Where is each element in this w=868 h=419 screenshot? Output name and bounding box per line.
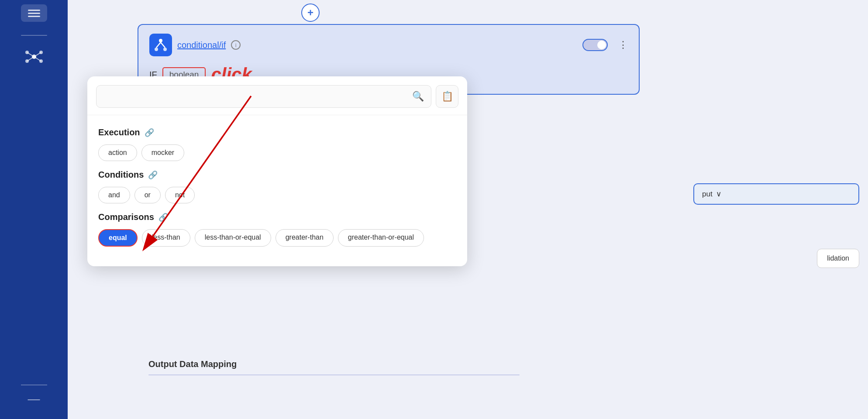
- comparisons-chips: equal less-than less-than-or-equal great…: [98, 229, 456, 247]
- popup-search-row: 🔍 📋: [87, 85, 467, 115]
- node-toggle-thumb: [597, 41, 606, 49]
- validation-chip[interactable]: lidation: [817, 249, 859, 268]
- sidebar-minus-icon[interactable]: —: [28, 392, 40, 406]
- sidebar-top-icon[interactable]: [21, 4, 47, 22]
- svg-rect-0: [28, 10, 40, 11]
- svg-line-11: [34, 57, 41, 61]
- comparisons-title: Comparisons: [98, 212, 154, 222]
- sidebar-network-icon[interactable]: [22, 45, 46, 69]
- sidebar-bottom: —: [21, 385, 47, 406]
- search-box[interactable]: 🔍: [96, 85, 431, 108]
- clipboard-icon: 📋: [441, 91, 453, 102]
- output-dropdown[interactable]: put ∨: [693, 183, 859, 205]
- add-icon: +: [307, 7, 313, 19]
- chip-not[interactable]: not: [165, 187, 195, 203]
- right-panel-dropdown-area: put ∨: [693, 183, 859, 205]
- node-menu-button[interactable]: ⋮: [618, 39, 628, 51]
- svg-line-8: [27, 52, 34, 57]
- chip-mocker[interactable]: mocker: [141, 144, 184, 161]
- node-header: conditional/if i ⋮: [149, 34, 628, 56]
- sidebar: —: [0, 0, 68, 419]
- popup-content: Execution 🔗 action mocker Conditions 🔗 a…: [87, 115, 467, 255]
- node-type-icon: [149, 34, 172, 56]
- chip-or[interactable]: or: [134, 187, 161, 203]
- chip-greater-than-or-equal[interactable]: greater-than-or-equal: [338, 229, 424, 247]
- svg-line-16: [161, 42, 165, 48]
- add-node-button[interactable]: +: [301, 3, 320, 22]
- svg-rect-1: [28, 13, 40, 14]
- node-info-icon[interactable]: i: [231, 40, 241, 50]
- svg-line-10: [34, 52, 41, 57]
- svg-point-14: [163, 48, 167, 51]
- svg-line-9: [27, 57, 34, 61]
- sidebar-divider-top: [21, 35, 47, 36]
- conditions-section-header: Conditions 🔗: [98, 170, 456, 180]
- output-data-section: Output Data Mapping: [138, 350, 530, 384]
- chip-equal[interactable]: equal: [98, 229, 138, 247]
- conditions-link-icon[interactable]: 🔗: [148, 170, 158, 180]
- conditions-chips: and or not: [98, 187, 456, 203]
- output-data-title: Output Data Mapping: [148, 359, 520, 369]
- execution-title: Execution: [98, 127, 140, 137]
- search-icon: 🔍: [412, 91, 424, 102]
- execution-section-header: Execution 🔗: [98, 127, 456, 137]
- chevron-down-icon: ∨: [716, 189, 721, 199]
- clipboard-button[interactable]: 📋: [436, 85, 458, 108]
- conditions-title: Conditions: [98, 170, 144, 180]
- svg-rect-2: [28, 16, 40, 17]
- output-data-divider: [148, 374, 520, 375]
- chip-action[interactable]: action: [98, 144, 137, 161]
- output-dropdown-label: put: [702, 190, 713, 199]
- comparisons-section-header: Comparisons 🔗: [98, 212, 456, 222]
- svg-line-15: [156, 42, 161, 48]
- svg-point-12: [159, 39, 162, 42]
- execution-chips: action mocker: [98, 144, 456, 161]
- chip-less-than-or-equal[interactable]: less-than-or-equal: [195, 229, 271, 247]
- expression-picker-popup: 🔍 📋 Execution 🔗 action mocker Conditions…: [87, 76, 467, 266]
- node-toggle[interactable]: [582, 39, 608, 51]
- execution-link-icon[interactable]: 🔗: [145, 128, 154, 137]
- svg-point-13: [155, 48, 158, 51]
- comparisons-link-icon[interactable]: 🔗: [158, 213, 168, 222]
- chip-greater-than[interactable]: greater-than: [276, 229, 334, 247]
- canvas-area: + conditional/if i ⋮ IF boolean: [68, 0, 868, 419]
- node-title[interactable]: conditional/if: [177, 40, 226, 50]
- sidebar-divider-bottom: [21, 385, 47, 385]
- chip-and[interactable]: and: [98, 187, 130, 203]
- chip-less-than[interactable]: less-than: [142, 229, 190, 247]
- right-panel-chip-area: lidation: [817, 249, 859, 268]
